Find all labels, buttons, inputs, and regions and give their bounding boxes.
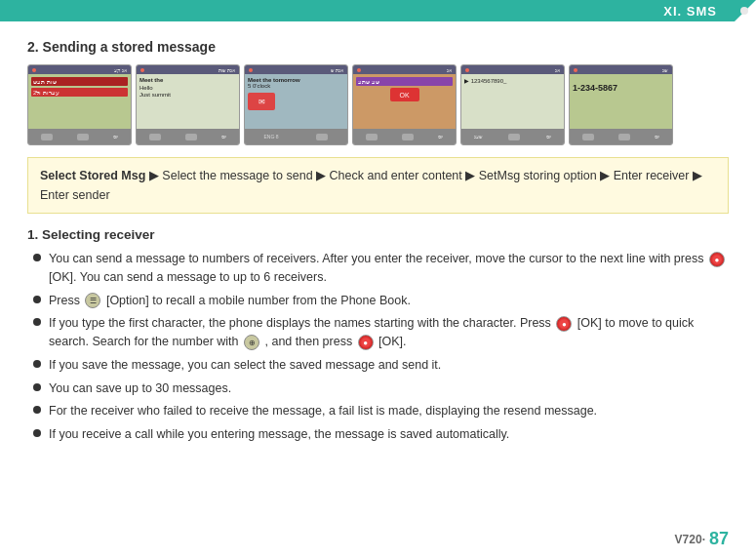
instr-arrow4: ▶ [600, 169, 613, 182]
bullet-dot-2 [33, 296, 41, 303]
bullet-dot-7 [33, 429, 41, 437]
phone-6: שנ 1-234-5867 יוס [569, 64, 673, 145]
phone-4-topbar: אנ [353, 65, 456, 74]
header-dot-decoration [740, 7, 748, 15]
bullet-text-4: If you save the message, you can select … [49, 356, 729, 375]
phone-6-bottombar: יוס [570, 129, 672, 144]
phone-2-screen: Meet the Hello Just summit [137, 74, 239, 129]
bullet-dot-4 [33, 360, 41, 368]
phone-2-title: Meet the [139, 77, 236, 83]
footer-model: V720· [675, 533, 705, 546]
phone-3-label: ENG·8 [263, 134, 278, 140]
ok-icon-2: ● [556, 316, 572, 332]
phone-1-signal: אנ קצ [114, 67, 127, 73]
bullet-dot-1 [33, 254, 41, 261]
phone-1-row3 [31, 99, 128, 100]
phone-4-btn-left [366, 134, 378, 140]
phone-5-bottombar: שצנ יוס [461, 129, 564, 144]
bullet-item-5: You can save up to 30 messages. [33, 379, 729, 398]
phone-2-btn-mid [185, 134, 197, 140]
phone-1-row2: עצרות ול2 [31, 88, 128, 97]
main-content: 2. Sending a stored message אנ קצ שות תצ… [0, 21, 756, 460]
bullet-item-2: Press ☰ [Option] to recall a mobile numb… [33, 292, 729, 310]
bullet-item-1: You can send a message to numbers of rec… [33, 250, 729, 287]
instr-arrow2: ▶ [316, 169, 329, 182]
phone-2-signal: אנת שות [219, 67, 235, 73]
phone-4-btn-mid [402, 134, 414, 140]
section1-title: 1. Selecting receiver [27, 227, 729, 242]
section2-title: 2. Sending a stored message [27, 39, 729, 55]
phone-1-bottombar: יוס [28, 129, 131, 144]
bullet-item-7: If you receive a call while you entering… [33, 425, 729, 444]
bullet-text-3: If you type the first character, the pho… [49, 314, 729, 351]
phone-4-label: יוס [438, 134, 443, 140]
phone-6-dot [574, 68, 577, 72]
phone-1-screen: שות תצש עצרות ול2 [28, 74, 131, 129]
option-icon-2: ⊕ [244, 335, 259, 350]
instr-arrow1: ▶ [149, 169, 162, 182]
phone-5-signal: אנ [555, 67, 560, 73]
phone-5: אנ ▶ 1234567890_ שצנ יוס [460, 64, 565, 145]
bullet-text-6: For the receiver who failed to receive t… [49, 402, 729, 420]
phone-2: אנת שות Meet the Hello Just summit יוס [136, 64, 240, 145]
phone-3-btn [316, 134, 328, 140]
phone-4-screen: שצ שתצ OK [353, 74, 456, 129]
phone-5-number: ▶ 1234567890_ [464, 77, 561, 84]
phone-1: אנ קצ שות תצש עצרות ול2 יוס [27, 64, 132, 145]
bullet-item-6: For the receiver who failed to receive t… [33, 402, 729, 420]
phone-2-bottombar: יוס [137, 129, 239, 144]
phone-6-topbar: שנ [570, 65, 672, 74]
phone-3-topbar: אנת ש [245, 65, 347, 74]
phone-6-screen: 1-234-5867 [570, 74, 672, 129]
phones-row: אנ קצ שות תצש עצרות ול2 יוס אנת שות Meet… [27, 64, 729, 145]
ok-icon-3: ● [358, 335, 374, 350]
instr-arrow3: ▶ [465, 169, 478, 182]
header-title: XI. SMS [663, 4, 717, 19]
phone-4-bottombar: יוס [353, 129, 456, 144]
instruction-text: Select Stored Msg ▶ Select the message t… [40, 169, 702, 202]
phone-4-dot [357, 68, 361, 72]
instr-step5: Enter receiver [614, 169, 690, 182]
phone-2-line2: Just summit [139, 92, 236, 98]
instr-step1: Select Stored Msg [40, 169, 145, 182]
phone-3-screen: Meet the tomorrow 5 0'clock ✉ [245, 74, 347, 129]
phone-3: אנת ש Meet the tomorrow 5 0'clock ✉ ENG·… [244, 64, 348, 145]
bullet-dot-5 [33, 383, 41, 391]
phone-1-label: יוס [113, 134, 118, 140]
phone-2-topbar: אנת שות [137, 65, 239, 74]
phone-4: אנ שצ שתצ OK יוס [352, 64, 457, 145]
phone-4-signal: אנ [447, 67, 452, 73]
phone-4-ok: OK [390, 88, 419, 101]
phone-5-dot [465, 68, 469, 72]
bullet-dot-6 [33, 406, 41, 414]
phone-6-signal: שנ [662, 67, 668, 73]
bullet-text-1: You can send a message to numbers of rec… [49, 250, 729, 287]
phone-2-btn-left [149, 134, 161, 140]
phone-5-screen: ▶ 1234567890_ [461, 74, 564, 129]
bullet-text-5: You can save up to 30 messages. [49, 379, 729, 398]
instr-arrow5: ▶ [693, 169, 702, 182]
phone-1-btn-mid [77, 134, 89, 140]
phone-5-label2: יוס [546, 134, 551, 140]
phone-1-btn-left [41, 134, 53, 140]
bullet-list: You can send a message to numbers of rec… [27, 250, 729, 444]
phone-6-number: 1-234-5867 [573, 83, 669, 93]
instruction-box: Select Stored Msg ▶ Select the message t… [27, 157, 729, 214]
phone-6-btn-left [582, 134, 594, 140]
bullet-text-7: If you receive a call while you entering… [49, 425, 729, 444]
bullet-item-3: If you type the first character, the pho… [33, 314, 729, 351]
phone-6-label: יוס [655, 134, 659, 140]
phone-1-dot [32, 68, 36, 72]
phone-2-dot [140, 68, 144, 72]
phone-3-dot [249, 68, 253, 72]
header-bar: XI. SMS [0, 0, 756, 21]
instr-step2: Select the message to send [162, 169, 312, 182]
bullet-item-4: If you save the message, you can select … [33, 356, 729, 375]
footer: V720· 87 [675, 529, 729, 549]
phone-2-line1: Hello [139, 85, 236, 91]
phone-3-time: 5 0'clock [248, 83, 344, 89]
instr-step3: Check and enter content [330, 169, 462, 182]
phone-3-bottombar: ENG·8 [245, 129, 347, 144]
phone-2-label: יוס [221, 134, 226, 140]
bullet-dot-3 [33, 318, 41, 326]
